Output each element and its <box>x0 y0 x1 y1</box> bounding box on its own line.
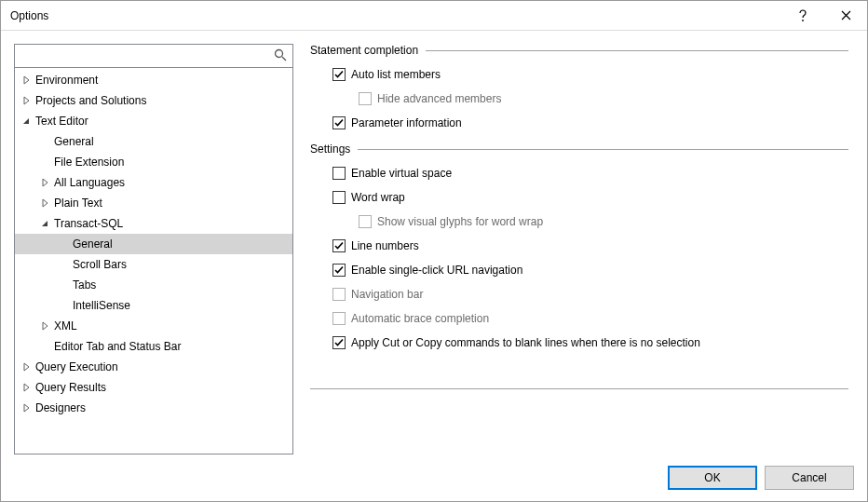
tree-item-label: Scroll Bars <box>73 258 127 271</box>
svg-point-0 <box>802 20 804 21</box>
ok-button[interactable]: OK <box>668 466 757 490</box>
chevron-closed-icon[interactable] <box>39 177 50 188</box>
options-tree[interactable]: EnvironmentProjects and SolutionsText Ed… <box>15 68 292 454</box>
tree-item-label: Tabs <box>73 278 96 292</box>
group-title: Settings <box>310 142 358 156</box>
tree-item[interactable]: File Extension <box>15 152 292 172</box>
settings-group: Statement completionAuto list membersHid… <box>310 44 848 135</box>
tree-item[interactable]: Tabs <box>15 275 292 295</box>
checkbox <box>332 288 346 301</box>
option-label: Automatic brace completion <box>351 312 489 325</box>
chevron-closed-icon[interactable] <box>20 402 32 414</box>
group-divider <box>426 50 848 51</box>
tree-spacer <box>39 341 50 352</box>
option-label: Apply Cut or Copy commands to blank line… <box>351 336 700 349</box>
option-label: Enable virtual space <box>351 167 452 180</box>
option-row[interactable]: Line numbers <box>310 234 848 258</box>
tree-item[interactable]: Environment <box>15 70 292 90</box>
option-label: Auto list members <box>351 68 441 81</box>
tree-item[interactable]: Transact-SQL <box>15 213 292 234</box>
left-panel: EnvironmentProjects and SolutionsText Ed… <box>14 44 293 455</box>
option-row[interactable]: Parameter information <box>310 111 848 135</box>
close-icon <box>841 10 851 20</box>
checkbox <box>332 312 346 325</box>
chevron-closed-icon[interactable] <box>39 197 50 209</box>
tree-item-label: Designers <box>35 401 86 414</box>
search-box <box>15 45 292 68</box>
chevron-open-icon[interactable] <box>20 115 32 127</box>
tree-spacer <box>58 238 69 250</box>
tree-item-label: Query Execution <box>35 360 118 373</box>
option-label: Show visual glyphs for word wrap <box>377 215 543 228</box>
option-row[interactable]: Auto list members <box>310 62 848 87</box>
group-title: Statement completion <box>310 44 426 57</box>
tree-item[interactable]: General <box>15 234 292 254</box>
option-row[interactable]: Enable virtual space <box>310 161 848 185</box>
tree-spacer <box>58 259 69 270</box>
option-label: Word wrap <box>351 191 405 204</box>
tree-item-label: File Extension <box>54 156 124 169</box>
chevron-closed-icon[interactable] <box>20 75 32 86</box>
chevron-open-icon[interactable] <box>39 218 50 229</box>
dialog-buttons: OK Cancel <box>1 455 867 501</box>
option-label: Navigation bar <box>351 288 423 301</box>
option-row[interactable]: Word wrap <box>310 185 848 210</box>
option-row[interactable]: Apply Cut or Copy commands to blank line… <box>310 331 848 355</box>
tree-item[interactable]: Plain Text <box>15 193 292 213</box>
settings-group: SettingsEnable virtual spaceWord wrapSho… <box>310 142 848 355</box>
checkbox[interactable] <box>332 167 346 180</box>
tree-item-label: Editor Tab and Status Bar <box>54 340 182 353</box>
right-panel: Statement completionAuto list membersHid… <box>310 44 854 455</box>
close-button[interactable] <box>824 1 867 31</box>
option-label: Line numbers <box>351 239 419 252</box>
option-label: Enable single-click URL navigation <box>351 264 522 277</box>
tree-item[interactable]: Text Editor <box>15 111 292 131</box>
option-row[interactable]: Enable single-click URL navigation <box>310 258 848 282</box>
tree-spacer <box>39 136 50 147</box>
cancel-button[interactable]: Cancel <box>765 466 854 490</box>
tree-item[interactable]: Query Results <box>15 377 292 398</box>
option-label: Hide advanced members <box>377 92 501 105</box>
checkbox[interactable] <box>332 68 346 81</box>
tree-item-label: IntelliSense <box>73 299 130 312</box>
tree-wrap: EnvironmentProjects and SolutionsText Ed… <box>15 68 292 454</box>
search-input[interactable] <box>15 45 292 67</box>
checkbox[interactable] <box>332 264 346 277</box>
window-title: Options <box>10 9 781 22</box>
chevron-closed-icon[interactable] <box>20 382 32 393</box>
tree-spacer <box>39 156 50 168</box>
tree-item-label: All Languages <box>54 176 125 189</box>
search-icon[interactable] <box>274 48 287 61</box>
chevron-closed-icon[interactable] <box>20 95 32 106</box>
tree-item[interactable]: XML <box>15 316 292 336</box>
tree-item-label: Projects and Solutions <box>35 94 146 107</box>
checkbox[interactable] <box>332 336 346 349</box>
tree-item[interactable]: Scroll Bars <box>15 254 292 275</box>
checkbox[interactable] <box>332 116 346 129</box>
tree-item[interactable]: Designers <box>15 398 292 418</box>
help-button[interactable] <box>781 1 824 31</box>
svg-point-1 <box>276 50 283 58</box>
tree-item-label: XML <box>54 319 77 332</box>
separator <box>310 388 848 389</box>
help-icon <box>798 9 807 22</box>
tree-item[interactable]: Projects and Solutions <box>15 90 292 111</box>
option-row: Hide advanced members <box>310 87 848 111</box>
tree-item[interactable]: General <box>15 131 292 152</box>
tree-spacer <box>58 279 69 291</box>
checkbox[interactable] <box>332 239 346 252</box>
tree-item[interactable]: IntelliSense <box>15 295 292 316</box>
tree-spacer <box>58 300 69 311</box>
option-row: Automatic brace completion <box>310 306 848 331</box>
tree-item-label: Plain Text <box>54 197 102 210</box>
tree-item-label: Environment <box>35 74 98 87</box>
content: EnvironmentProjects and SolutionsText Ed… <box>1 31 867 455</box>
tree-item-label: General <box>73 237 113 251</box>
tree-item-label: Query Results <box>35 381 106 394</box>
tree-item[interactable]: Editor Tab and Status Bar <box>15 336 292 357</box>
chevron-closed-icon[interactable] <box>39 320 50 332</box>
checkbox[interactable] <box>332 191 346 204</box>
tree-item[interactable]: Query Execution <box>15 357 292 377</box>
chevron-closed-icon[interactable] <box>20 361 32 373</box>
tree-item[interactable]: All Languages <box>15 172 292 193</box>
